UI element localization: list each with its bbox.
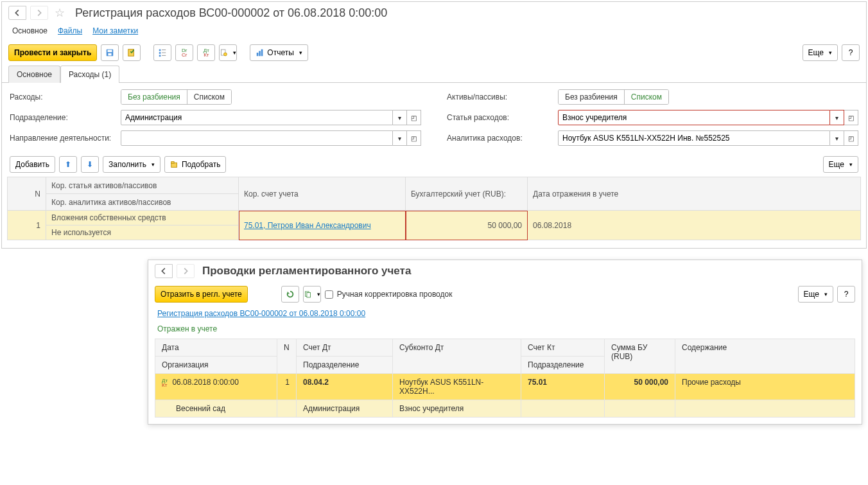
activity-label: Направление деятельности: xyxy=(10,134,116,143)
grid-toolbar: Добавить ⬆ ⬇ Заполнить Подобрать Еще xyxy=(2,152,866,177)
page-title: Регистрация расходов ВС00-000002 от 06.0… xyxy=(75,6,387,20)
reports-button[interactable]: Отчеты xyxy=(250,44,308,61)
svg-point-11 xyxy=(224,53,227,56)
assets-toggle: Без разбиения Списком xyxy=(558,89,669,105)
assets-no-split[interactable]: Без разбиения xyxy=(559,90,624,104)
item-input[interactable] xyxy=(558,110,830,125)
expenses-grid: N Кор. статья активов/пассивов Кор. счет… xyxy=(7,177,861,240)
tab-main[interactable]: Основное xyxy=(8,66,60,83)
cell-n: 1 xyxy=(8,211,46,240)
drcr-button[interactable]: DrCr xyxy=(175,44,193,61)
favorite-icon[interactable]: ☆ xyxy=(55,6,65,20)
subdiv-input[interactable] xyxy=(121,110,393,125)
svg-rect-12 xyxy=(257,53,259,56)
activity-dropdown-icon[interactable]: ▾ xyxy=(393,130,407,146)
svg-rect-4 xyxy=(159,49,161,51)
svg-rect-1 xyxy=(108,50,112,53)
table-row[interactable]: 1 Вложения собственных средств 75.01, Пе… xyxy=(8,211,861,225)
item-label: Статья расходов: xyxy=(447,113,553,122)
col-accounting[interactable]: Бухгалтерский учет (RUB): xyxy=(406,177,528,211)
tab-bar: Основное Расходы (1) xyxy=(2,65,866,83)
add-button[interactable]: Добавить xyxy=(10,156,55,173)
pick-button[interactable]: Подобрать xyxy=(164,156,226,173)
fill-button[interactable]: Заполнить xyxy=(103,156,161,173)
cell-amount[interactable]: 50 000,00 xyxy=(406,211,528,240)
svg-rect-2 xyxy=(108,53,112,56)
activity-open-icon[interactable]: ◰ xyxy=(407,130,421,146)
help-button[interactable]: ? xyxy=(842,44,860,61)
main-window: ☆ Регистрация расходов ВС00-000002 от 06… xyxy=(1,1,867,249)
expenses-list[interactable]: Списком xyxy=(187,90,231,104)
expenses-no-split[interactable]: Без разбиения xyxy=(121,90,187,104)
commit-close-button[interactable]: Провести и закрыть xyxy=(8,44,97,61)
tab-expenses[interactable]: Расходы (1) xyxy=(60,66,119,83)
subdiv-open-icon[interactable]: ◰ xyxy=(407,110,421,125)
cell-corr-analytics[interactable]: Не используется xyxy=(46,225,239,240)
svg-rect-6 xyxy=(159,55,161,57)
forward-button[interactable] xyxy=(30,6,48,20)
svg-rect-5 xyxy=(159,52,161,54)
back-button[interactable] xyxy=(8,6,26,20)
pick-label: Подобрать xyxy=(182,160,220,169)
move-down-button[interactable]: ⬇ xyxy=(81,156,99,173)
corr-account-link[interactable]: 75.01, Петров Иван Александрович xyxy=(244,221,371,230)
more-button[interactable]: Еще xyxy=(803,44,838,61)
cell-corr-item[interactable]: Вложения собственных средств xyxy=(46,211,239,225)
dtkt-button[interactable]: ДтКт xyxy=(197,44,215,61)
structure-button[interactable] xyxy=(153,44,171,61)
post-button[interactable] xyxy=(123,44,141,61)
col-corr-item[interactable]: Кор. статья активов/пассивов xyxy=(46,177,239,194)
col-n[interactable]: N xyxy=(8,177,46,211)
analytics-input[interactable] xyxy=(558,130,830,146)
col-corr-analytics[interactable]: Кор. аналитика активов/пассивов xyxy=(46,194,239,211)
subdiv-dropdown-icon[interactable]: ▾ xyxy=(393,110,407,125)
col-corr-account[interactable]: Кор. счет учета xyxy=(239,177,406,211)
svg-rect-16 xyxy=(171,162,174,164)
col-date[interactable]: Дата отражения в учете xyxy=(528,177,861,211)
cell-corr-account[interactable]: 75.01, Петров Иван Александрович xyxy=(239,211,406,240)
item-open-icon[interactable]: ◰ xyxy=(844,110,858,125)
reports-label: Отчеты xyxy=(267,48,293,57)
grid-more-button[interactable]: Еще xyxy=(823,156,858,173)
save-button[interactable] xyxy=(101,44,119,61)
expenses-toggle: Без разбиения Списком xyxy=(121,89,232,105)
svg-rect-14 xyxy=(261,49,263,57)
main-toolbar: Провести и закрыть DrCr ДтКт Отчеты Еще … xyxy=(2,40,866,65)
assets-list[interactable]: Списком xyxy=(624,90,668,104)
subnav-notes[interactable]: Мои заметки xyxy=(92,26,138,35)
cell-date[interactable]: 06.08.2018 xyxy=(528,211,861,240)
analytics-label: Аналитика расходов: xyxy=(447,134,553,143)
document-dropdown-button[interactable] xyxy=(219,44,237,61)
subnav: Основное Файлы Мои заметки xyxy=(2,24,866,40)
subnav-main[interactable]: Основное xyxy=(12,26,48,35)
subdiv-label: Подразделение: xyxy=(10,113,116,122)
assets-label: Активы/пассивы: xyxy=(447,93,553,101)
svg-rect-13 xyxy=(259,51,261,56)
move-up-button[interactable]: ⬆ xyxy=(59,156,77,173)
activity-input[interactable] xyxy=(121,130,393,146)
analytics-dropdown-icon[interactable]: ▾ xyxy=(830,130,844,146)
expenses-label: Расходы: xyxy=(10,93,116,101)
item-dropdown-icon[interactable]: ▾ xyxy=(830,110,844,125)
subnav-files[interactable]: Файлы xyxy=(58,26,82,35)
analytics-open-icon[interactable]: ◰ xyxy=(844,130,858,146)
